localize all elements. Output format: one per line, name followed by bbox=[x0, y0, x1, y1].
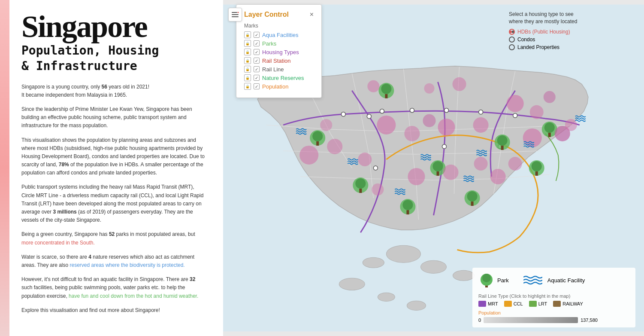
lock-icon-nature: 🔒 bbox=[244, 74, 251, 81]
checkbox-parks[interactable]: ✓ bbox=[254, 40, 260, 46]
rail-lrt[interactable]: LRT bbox=[529, 301, 547, 307]
svg-rect-28 bbox=[548, 133, 551, 137]
svg-rect-40 bbox=[535, 171, 538, 176]
lock-icon-rail-line: 🔒 bbox=[244, 66, 251, 73]
bottom-legend: Park Aquatic Facility Rail Line Type (Cl… bbox=[472, 268, 635, 327]
pop-bar bbox=[484, 317, 578, 323]
radio-landed[interactable] bbox=[509, 44, 515, 50]
tree-legend-icon bbox=[478, 272, 495, 288]
radio-item-condos[interactable]: Condos bbox=[509, 37, 633, 43]
left-panel: Singapore Population, Housing& Infrastru… bbox=[0, 0, 223, 336]
housing-legend-title: Select a housing type to seewhere they a… bbox=[509, 11, 633, 25]
checkbox-nature[interactable]: ✓ bbox=[254, 75, 260, 81]
park-aqua-row: Park Aquatic Facility bbox=[478, 272, 629, 288]
svg-rect-31 bbox=[406, 210, 409, 214]
layer-label-rail-line: Rail Line bbox=[262, 66, 284, 73]
svg-point-38 bbox=[381, 84, 391, 94]
layer-label-housing: Housing Types bbox=[262, 49, 299, 55]
lock-icon-housing: 🔒 bbox=[244, 49, 251, 55]
svg-point-71 bbox=[378, 293, 395, 301]
map-area[interactable]: Layer Control × Marks 🔒 ✓ Aqua Facilitie… bbox=[223, 0, 644, 336]
layer-control-close-button[interactable]: × bbox=[310, 11, 314, 18]
svg-point-67 bbox=[420, 260, 446, 273]
checkbox-aqua[interactable]: ✓ bbox=[254, 32, 260, 38]
layer-item-aqua[interactable]: 🔒 ✓ Aqua Facilities bbox=[244, 31, 314, 38]
para-5: Being a green country, Singapore has 52 … bbox=[21, 230, 206, 247]
para-7: However, it's not difficult to find an a… bbox=[21, 275, 206, 300]
rail-ccl[interactable]: CCL bbox=[504, 301, 523, 307]
lrt-swatch bbox=[529, 301, 537, 307]
layer-label-population: Population bbox=[262, 83, 288, 90]
svg-point-59 bbox=[358, 153, 372, 166]
svg-point-61 bbox=[490, 169, 506, 184]
svg-point-7 bbox=[410, 108, 414, 113]
radio-item-hdb[interactable]: HDBs (Public Housing) bbox=[509, 29, 633, 35]
svg-point-63 bbox=[367, 80, 379, 92]
page-title-main: Singapore bbox=[21, 13, 206, 41]
svg-point-10 bbox=[513, 113, 517, 118]
svg-point-29 bbox=[544, 122, 555, 133]
pop-min-label: 0 bbox=[478, 318, 481, 323]
rail-mrt[interactable]: MRT bbox=[478, 301, 498, 307]
park-legend-item: Park bbox=[478, 272, 509, 288]
lock-icon-aqua: 🔒 bbox=[244, 31, 251, 38]
svg-point-12 bbox=[373, 166, 378, 170]
svg-rect-22 bbox=[437, 171, 439, 176]
layer-item-parks[interactable]: 🔒 ✓ Parks bbox=[244, 40, 314, 47]
lock-icon-rail-station: 🔒 bbox=[244, 57, 251, 64]
svg-rect-37 bbox=[385, 94, 387, 98]
svg-rect-1 bbox=[232, 14, 239, 15]
svg-point-46 bbox=[473, 117, 489, 133]
layer-label-parks: Parks bbox=[262, 40, 276, 47]
layer-label-rail-station: Rail Station bbox=[262, 58, 290, 64]
layer-item-population[interactable]: 🔒 ✓ Population bbox=[244, 83, 314, 90]
layer-item-rail-line[interactable]: 🔒 ✓ Rail Line bbox=[244, 66, 314, 73]
lock-icon-population: 🔒 bbox=[244, 83, 251, 90]
checkbox-rail-line[interactable]: ✓ bbox=[254, 66, 260, 72]
ccl-label: CCL bbox=[514, 301, 523, 306]
svg-rect-16 bbox=[316, 141, 319, 146]
svg-point-3 bbox=[237, 12, 239, 13]
para-6: Water is scarce, so there are 4 nature r… bbox=[21, 253, 206, 269]
svg-point-55 bbox=[565, 119, 577, 131]
aqua-legend-label: Aquatic Facility bbox=[547, 277, 585, 284]
para-1: Singapore is a young country, only 56 ye… bbox=[21, 83, 206, 99]
radio-condos[interactable] bbox=[509, 37, 515, 43]
svg-point-60 bbox=[372, 183, 384, 195]
svg-point-32 bbox=[402, 200, 413, 210]
rail-legend-title: Rail Line Type (Click to highlight in th… bbox=[478, 293, 629, 299]
svg-point-13 bbox=[442, 144, 447, 149]
checkbox-housing[interactable]: ✓ bbox=[254, 49, 260, 55]
railway-label: RAILWAY bbox=[562, 301, 583, 306]
radio-hdb[interactable] bbox=[509, 29, 515, 35]
layers-toggle-button[interactable] bbox=[228, 8, 242, 21]
ccl-swatch bbox=[504, 301, 512, 307]
rail-railway[interactable]: RAILWAY bbox=[553, 301, 583, 307]
svg-point-23 bbox=[432, 161, 443, 171]
rail-legend-section: Rail Line Type (Click to highlight in th… bbox=[478, 293, 629, 307]
svg-point-56 bbox=[408, 168, 425, 185]
rail-items-row: MRT CCL LRT RAILWAY bbox=[478, 301, 629, 307]
pop-legend-title: Population bbox=[478, 310, 629, 315]
svg-point-62 bbox=[508, 157, 522, 171]
svg-point-43 bbox=[404, 126, 420, 141]
svg-point-5 bbox=[341, 112, 345, 116]
checkbox-population[interactable]: ✓ bbox=[254, 83, 260, 89]
housing-type-section: Select a housing type to seewhere they a… bbox=[507, 9, 635, 54]
svg-point-11 bbox=[367, 114, 371, 119]
layer-label-aqua: Aqua Facilities bbox=[262, 32, 299, 38]
layers-icon bbox=[231, 11, 239, 18]
lrt-label: LRT bbox=[538, 301, 547, 306]
radio-item-landed[interactable]: Landed Properties bbox=[509, 44, 633, 50]
pop-max-label: 137,580 bbox=[581, 318, 598, 323]
para-8: Explore this visualisation and find out … bbox=[21, 306, 206, 315]
layer-item-nature[interactable]: 🔒 ✓ Nature Reserves bbox=[244, 74, 314, 81]
layer-item-housing[interactable]: 🔒 ✓ Housing Types bbox=[244, 49, 314, 55]
layer-item-rail-station[interactable]: 🔒 ✓ Rail Station bbox=[244, 57, 314, 64]
svg-point-41 bbox=[532, 161, 542, 171]
wave-legend-icon bbox=[523, 275, 542, 285]
svg-point-20 bbox=[355, 178, 366, 189]
checkbox-rail-station[interactable]: ✓ bbox=[254, 58, 260, 64]
mrt-label: MRT bbox=[488, 301, 498, 306]
svg-point-68 bbox=[453, 270, 475, 281]
